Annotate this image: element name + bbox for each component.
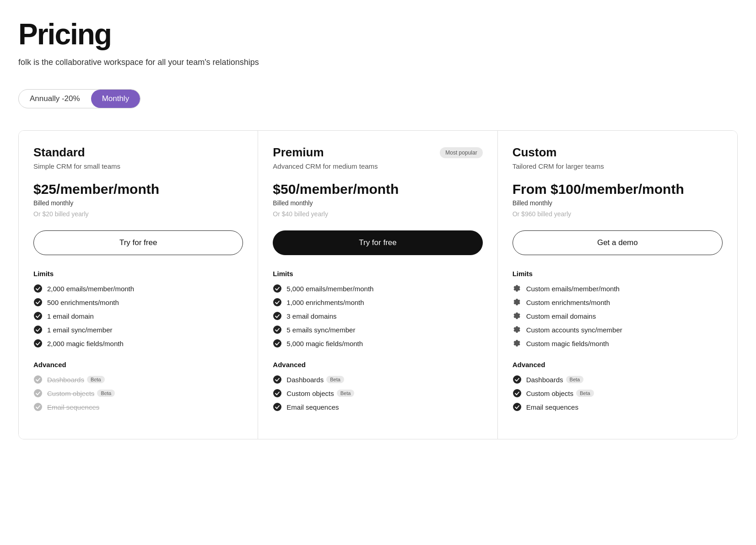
gear-icon (513, 284, 522, 293)
disabled-check-icon (33, 375, 43, 384)
svg-point-15 (273, 403, 281, 411)
limit-text-standard-0: 2,000 emails/member/month (47, 285, 134, 293)
advanced-item-premium-2: Email sequences (273, 402, 482, 411)
check-icon (33, 284, 43, 293)
advanced-text-standard-2: Email sequences (47, 403, 99, 411)
gear-icon (513, 298, 522, 307)
plan-yearly-custom: Or $960 billed yearly (513, 210, 723, 218)
plan-card-custom: CustomTailored CRM for larger teamsFrom … (498, 131, 737, 439)
plan-card-standard: StandardSimple CRM for small teams$25/me… (19, 131, 258, 439)
limit-item-standard-3: 1 email sync/member (33, 325, 243, 334)
svg-point-5 (34, 375, 42, 384)
limit-text-premium-2: 3 email domains (286, 312, 336, 320)
advanced-text-custom-1: Custom objectsBeta (526, 390, 594, 397)
limit-item-premium-1: 1,000 enrichments/month (273, 298, 482, 307)
limit-item-custom-2: Custom email domains (513, 311, 723, 321)
limit-item-premium-4: 5,000 magic fields/month (273, 339, 482, 348)
svg-point-13 (273, 375, 281, 384)
beta-badge: Beta (87, 376, 105, 383)
plan-cta-premium[interactable]: Try for free (273, 230, 482, 255)
check-icon (33, 325, 43, 334)
svg-point-11 (273, 326, 281, 334)
plans-grid: StandardSimple CRM for small teams$25/me… (18, 130, 738, 439)
advanced-item-premium-1: Custom objectsBeta (273, 389, 482, 398)
limit-item-custom-3: Custom accounts sync/member (513, 325, 723, 334)
plan-name-premium: Premium (273, 145, 324, 160)
plan-name-custom: Custom (513, 145, 557, 160)
limit-item-premium-2: 3 email domains (273, 311, 482, 321)
svg-point-9 (273, 298, 281, 306)
plan-name-standard: Standard (33, 145, 85, 160)
advanced-text-premium-1: Custom objectsBeta (286, 390, 354, 397)
beta-badge: Beta (326, 376, 344, 383)
check-icon (273, 325, 282, 334)
plan-price-premium: $50/member/month (273, 181, 482, 198)
limit-text-premium-3: 5 emails sync/member (286, 326, 355, 334)
limit-item-custom-0: Custom emails/member/month (513, 284, 723, 293)
plan-price-custom: From $100/member/month (513, 181, 723, 198)
limit-text-custom-1: Custom enrichments/month (526, 299, 610, 306)
limits-label-standard: Limits (33, 270, 243, 278)
svg-point-14 (273, 389, 281, 397)
advanced-label-custom: Advanced (513, 361, 723, 369)
advanced-text-custom-2: Email sequences (526, 403, 578, 411)
advanced-item-custom-2: Email sequences (513, 402, 723, 411)
advanced-text-premium-2: Email sequences (286, 403, 339, 411)
limits-label-premium: Limits (273, 270, 482, 278)
check-icon (273, 339, 282, 348)
advanced-text-standard-1: Custom objectsBeta (47, 390, 115, 397)
check-icon (513, 375, 522, 384)
limit-item-standard-4: 2,000 magic fields/month (33, 339, 243, 348)
plan-tagline-premium: Advanced CRM for medium teams (273, 162, 482, 170)
limit-text-premium-4: 5,000 magic fields/month (286, 340, 363, 347)
plan-cta-standard[interactable]: Try for free (33, 230, 243, 255)
limit-item-standard-1: 500 enrichments/month (33, 298, 243, 307)
check-icon (273, 402, 282, 411)
svg-point-18 (513, 403, 521, 411)
advanced-item-custom-0: DashboardsBeta (513, 375, 723, 384)
limit-text-standard-3: 1 email sync/member (47, 326, 113, 334)
plan-price-standard: $25/member/month (33, 181, 243, 198)
most-popular-badge: Most popular (440, 147, 482, 158)
svg-point-3 (34, 326, 42, 334)
limit-text-standard-1: 500 enrichments/month (47, 299, 119, 306)
gear-icon (513, 339, 522, 348)
check-icon (273, 389, 282, 398)
limit-item-standard-2: 1 email domain (33, 311, 243, 321)
limit-text-custom-0: Custom emails/member/month (526, 285, 620, 293)
check-icon (273, 375, 282, 384)
limit-text-standard-4: 2,000 magic fields/month (47, 340, 124, 347)
advanced-text-standard-0: DashboardsBeta (47, 376, 105, 384)
advanced-item-standard-0: DashboardsBeta (33, 375, 243, 384)
annually-toggle-btn[interactable]: Annually -20% (19, 90, 91, 108)
limit-text-custom-3: Custom accounts sync/member (526, 326, 622, 334)
limit-text-custom-2: Custom email domains (526, 312, 596, 320)
beta-badge: Beta (566, 376, 584, 383)
advanced-label-premium: Advanced (273, 361, 482, 369)
plan-price-note-premium: Billed monthly (273, 199, 482, 207)
plan-yearly-premium: Or $40 billed yearly (273, 210, 482, 218)
limit-text-standard-2: 1 email domain (47, 312, 94, 320)
check-icon (33, 298, 43, 307)
limit-text-custom-4: Custom magic fields/month (526, 340, 609, 347)
advanced-label-standard: Advanced (33, 361, 243, 369)
check-icon (273, 284, 282, 293)
check-icon (33, 311, 43, 321)
check-icon (513, 402, 522, 411)
advanced-item-premium-0: DashboardsBeta (273, 375, 482, 384)
plan-tagline-standard: Simple CRM for small teams (33, 162, 243, 170)
check-icon (33, 339, 43, 348)
beta-badge: Beta (337, 390, 355, 397)
monthly-toggle-btn[interactable]: Monthly (91, 90, 140, 108)
plan-tagline-custom: Tailored CRM for larger teams (513, 162, 723, 170)
check-icon (273, 311, 282, 321)
svg-point-8 (273, 284, 281, 293)
plan-cta-custom[interactable]: Get a demo (513, 230, 723, 255)
advanced-item-standard-2: Email sequences (33, 402, 243, 411)
svg-point-0 (34, 284, 42, 293)
svg-point-6 (34, 389, 42, 397)
svg-point-4 (34, 339, 42, 347)
limit-item-standard-0: 2,000 emails/member/month (33, 284, 243, 293)
check-icon (513, 389, 522, 398)
advanced-text-custom-0: DashboardsBeta (526, 376, 584, 384)
